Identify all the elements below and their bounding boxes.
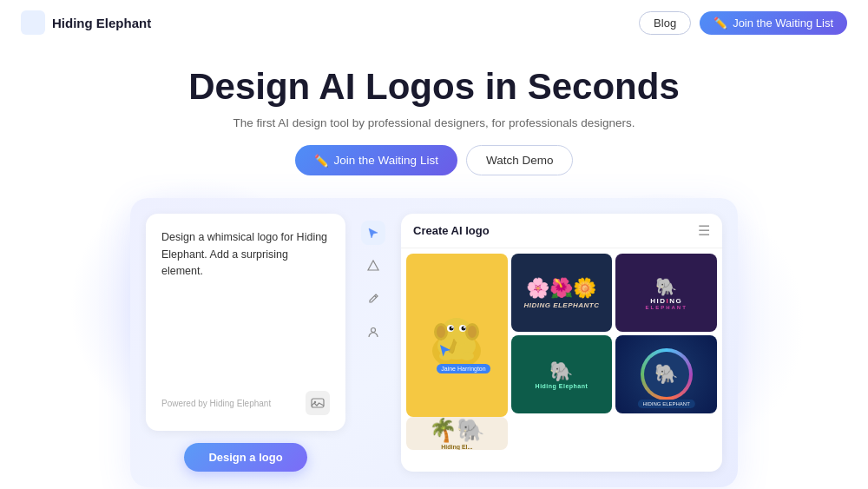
cell-6-tree: 🌴🐘 [429, 417, 484, 444]
panel-title: Create AI logo [413, 224, 490, 237]
prompt-panel: Design a whimsical logo for Hiding Eleph… [146, 214, 345, 431]
cell-6-text: Hiding El... [429, 444, 484, 450]
brand-logo-icon: 🐘 [21, 10, 45, 35]
logo-cell-6[interactable]: 🌴🐘 Hiding El... [406, 417, 508, 450]
svg-point-14 [450, 327, 454, 331]
svg-rect-2 [312, 399, 324, 407]
cell-2-text: Hiding ElephantC [523, 301, 599, 309]
toolbar-user-icon[interactable] [361, 320, 385, 344]
image-upload-icon[interactable] [306, 391, 330, 415]
toolbar-pen-icon[interactable] [361, 287, 385, 311]
cell-4-elephant: 🐘 [536, 360, 589, 383]
svg-point-10 [437, 326, 445, 338]
logo-grid: Jaine Harrington 🌸🌺🌼 Hiding ElephantC 🐘 … [401, 248, 722, 455]
logo-cell-4[interactable]: 🐘 Hiding Elephant [511, 335, 613, 413]
blog-button[interactable]: Blog [639, 11, 691, 35]
cell-2-flowers: 🌸🌺🌼 [523, 277, 599, 300]
cell-3-content: 🐘 HIDING ELEPHANT [641, 273, 690, 314]
demo-card: Design a whimsical logo for Hiding Eleph… [130, 198, 738, 487]
powered-by-text: Powered by Hiding Elephant [161, 399, 271, 408]
cell-6-content: 🌴🐘 Hiding El... [429, 417, 484, 450]
cell-4-content: 🐘 Hiding Elephant [536, 360, 589, 389]
cell-4-text: Hiding Elephant [536, 383, 589, 389]
cursor-indicator: Jaine Harrington [437, 341, 490, 373]
cell-3-hid: HIDING [645, 297, 687, 305]
design-logo-button[interactable]: Design a logo [184, 443, 306, 472]
logo-grid-panel: Create AI logo ☰ [401, 214, 722, 472]
hero-subtitle: The first AI design tool by professional… [17, 116, 851, 129]
logo-cell-1[interactable]: Jaine Harrington [406, 254, 508, 417]
svg-point-11 [468, 326, 477, 338]
logo-cell-5[interactable]: 🐘 HIDING ELEPHANT [615, 335, 717, 413]
panel-menu-icon[interactable]: ☰ [698, 222, 710, 239]
nav-waiting-list-button[interactable]: ✏️ Join the Waiting List [700, 11, 847, 35]
toolbar-shape-icon[interactable] [361, 254, 385, 278]
toolbar [358, 214, 389, 472]
svg-point-15 [462, 327, 466, 331]
pen-icon-hero: ✏️ [314, 154, 329, 168]
hero-section: Design AI Logos in Seconds The first AI … [0, 45, 868, 189]
cell-5-elephant: 🐘 [654, 363, 678, 386]
hero-cta-secondary[interactable]: Watch Demo [466, 145, 574, 175]
brand-name: Hiding Elephant [52, 16, 151, 30]
cursor-label: Jaine Harrington [437, 364, 490, 373]
logo-area: 🐘 Hiding Elephant [21, 10, 151, 35]
panel-header: Create AI logo ☰ [401, 214, 722, 248]
cell-3-elefant: ELEPHANT [645, 305, 687, 310]
prompt-text: Design a whimsical logo for Hiding Eleph… [161, 229, 330, 280]
svg-point-4 [372, 328, 376, 333]
hero-title: Design AI Logos in Seconds [17, 66, 851, 108]
cell-2-content: 🌸🌺🌼 Hiding ElephantC [518, 272, 604, 314]
prompt-footer: Powered by Hiding Elephant [161, 391, 330, 415]
svg-rect-0 [21, 10, 45, 35]
demo-wrapper: Design a whimsical logo for Hiding Eleph… [0, 189, 868, 487]
cell-5-inner: 🐘 [644, 352, 689, 397]
logo-cell-2[interactable]: 🌸🌺🌼 Hiding ElephantC [511, 254, 613, 332]
pen-icon: ✏️ [713, 17, 727, 30]
hero-cta-primary[interactable]: ✏️ Join the Waiting List [295, 145, 457, 175]
hero-buttons: ✏️ Join the Waiting List Watch Demo [17, 145, 851, 175]
svg-point-16 [451, 327, 453, 328]
toolbar-cursor-icon[interactable] [361, 221, 385, 245]
design-button-wrap: Design a logo [146, 443, 345, 472]
logo-cell-3[interactable]: 🐘 HIDING ELEPHANT [615, 254, 717, 332]
nav-buttons: Blog ✏️ Join the Waiting List [639, 11, 847, 35]
cell-3-elephant: 🐘 [645, 276, 687, 297]
cell-5-label: HIDING ELEPHANT [637, 400, 694, 408]
svg-point-17 [464, 327, 465, 328]
cell-5-ring: 🐘 [641, 348, 693, 400]
header: 🐘 Hiding Elephant Blog ✏️ Join the Waiti… [0, 0, 868, 45]
